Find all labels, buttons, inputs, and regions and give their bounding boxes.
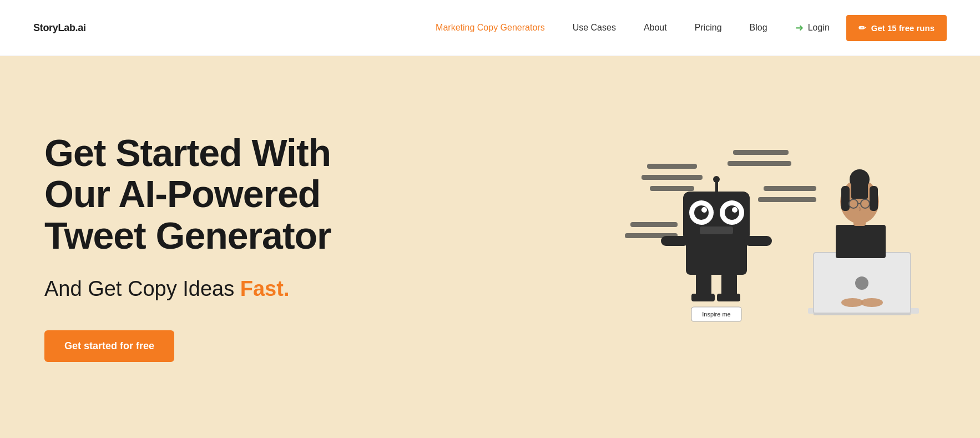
logo[interactable]: StoryLab.ai xyxy=(33,22,86,34)
login-button[interactable]: ➜ Login xyxy=(795,22,830,34)
nav-links: Marketing Copy Generators Use Cases Abou… xyxy=(436,23,767,33)
pen-icon: ✏ xyxy=(858,23,866,33)
svg-rect-0 xyxy=(647,164,697,169)
cta-button-label: Get 15 free runs xyxy=(871,23,934,33)
svg-rect-40 xyxy=(841,186,850,211)
svg-point-16 xyxy=(701,207,707,213)
illustration-svg: Inspire me xyxy=(614,119,936,375)
hero-subtitle: And Get Copy Ideas Fast. xyxy=(44,276,400,302)
svg-rect-32 xyxy=(814,313,911,315)
svg-point-34 xyxy=(841,298,863,307)
get-free-runs-button[interactable]: ✏ Get 15 free runs xyxy=(846,15,947,41)
nav-link-use-cases[interactable]: Use Cases xyxy=(573,23,616,33)
hero-illustration: Inspire me xyxy=(614,119,936,375)
svg-point-15 xyxy=(725,205,739,220)
nav-link-about[interactable]: About xyxy=(644,23,667,33)
svg-rect-5 xyxy=(764,186,816,191)
navbar: StoryLab.ai Marketing Copy Generators Us… xyxy=(0,0,980,56)
svg-point-31 xyxy=(855,276,868,290)
svg-rect-22 xyxy=(744,236,772,246)
svg-rect-21 xyxy=(661,236,689,246)
login-icon: ➜ xyxy=(795,22,804,34)
svg-rect-24 xyxy=(721,274,737,296)
svg-point-35 xyxy=(861,298,883,307)
hero-content: Get Started With Our AI-Powered Tweet Ge… xyxy=(44,132,400,363)
hero-subtitle-highlight: Fast. xyxy=(240,277,290,300)
svg-rect-6 xyxy=(758,197,816,202)
svg-rect-23 xyxy=(696,274,711,296)
svg-rect-1 xyxy=(641,175,703,180)
login-label: Login xyxy=(808,23,830,33)
hero-subtitle-plain: And Get Copy Ideas xyxy=(44,277,240,300)
svg-rect-2 xyxy=(650,186,694,191)
nav-link-blog[interactable]: Blog xyxy=(750,23,767,33)
svg-text:Inspire me: Inspire me xyxy=(702,311,730,318)
svg-rect-4 xyxy=(728,161,791,166)
hero-section: Get Started With Our AI-Powered Tweet Ge… xyxy=(0,56,980,438)
hero-title: Get Started With Our AI-Powered Tweet Ge… xyxy=(44,132,400,256)
svg-rect-25 xyxy=(691,294,715,301)
svg-point-17 xyxy=(732,207,737,213)
svg-rect-3 xyxy=(733,150,789,155)
svg-rect-20 xyxy=(700,226,733,234)
svg-rect-39 xyxy=(851,179,868,199)
nav-link-pricing[interactable]: Pricing xyxy=(695,23,722,33)
svg-rect-7 xyxy=(630,222,678,227)
svg-rect-33 xyxy=(836,225,886,258)
svg-point-14 xyxy=(694,205,709,220)
svg-rect-41 xyxy=(870,186,878,211)
svg-rect-26 xyxy=(717,294,740,301)
get-started-button[interactable]: Get started for free xyxy=(44,330,174,362)
svg-point-19 xyxy=(713,176,720,183)
nav-link-marketing[interactable]: Marketing Copy Generators xyxy=(436,23,545,33)
